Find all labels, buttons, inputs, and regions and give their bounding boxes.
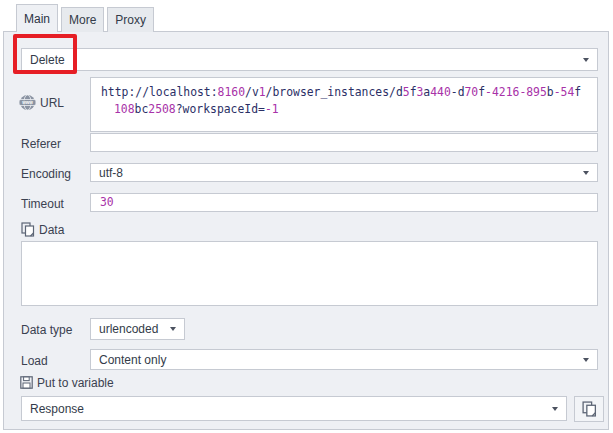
chevron-down-icon xyxy=(170,327,176,331)
tab-more[interactable]: More xyxy=(61,7,104,32)
globe-www-icon: www xyxy=(19,94,36,111)
copy-pages-icon xyxy=(582,401,597,417)
url-text-line1: http://localhost:8160/v1/browser_instanc… xyxy=(101,84,587,101)
data-type-label: Data type xyxy=(21,322,72,337)
data-type-dropdown-value: urlencoded xyxy=(99,322,158,336)
chevron-down-icon xyxy=(583,358,589,362)
load-dropdown[interactable]: Content only xyxy=(90,349,598,370)
url-text-line2: 108bc2508?workspaceId=-1 xyxy=(101,101,587,118)
method-dropdown[interactable]: Delete xyxy=(21,48,598,71)
load-dropdown-value: Content only xyxy=(99,353,166,367)
timeout-value: 30 xyxy=(100,194,114,211)
chevron-down-icon xyxy=(552,407,558,411)
referer-label: Referer xyxy=(21,136,61,151)
http-request-settings-window: { "tabs": [ { "label": "Main", "active":… xyxy=(0,0,613,433)
encoding-dropdown[interactable]: utf-8 xyxy=(90,163,598,182)
response-variable-dropdown[interactable]: Response xyxy=(21,396,567,421)
encoding-label: Encoding xyxy=(21,166,71,181)
copy-variable-button[interactable] xyxy=(574,396,604,422)
response-variable-value: Response xyxy=(30,402,84,416)
put-to-variable-label: Put to variable xyxy=(20,375,114,390)
referer-input[interactable] xyxy=(90,133,598,152)
encoding-dropdown-value: utf-8 xyxy=(99,166,123,180)
chevron-down-icon xyxy=(583,171,589,175)
data-textarea[interactable] xyxy=(21,241,598,306)
tab-proxy[interactable]: Proxy xyxy=(107,7,154,32)
floppy-save-icon xyxy=(20,376,33,389)
timeout-label: Timeout xyxy=(21,196,64,211)
data-label: Data xyxy=(21,222,64,237)
data-type-dropdown[interactable]: urlencoded xyxy=(90,318,185,340)
chevron-down-icon xyxy=(583,58,589,62)
svg-text:www: www xyxy=(21,100,33,105)
main-tab-panel: Delete www URL http://localhost:8160/v1/… xyxy=(3,31,609,430)
tab-main[interactable]: Main xyxy=(16,4,58,32)
copy-pages-icon xyxy=(21,222,35,237)
method-dropdown-value: Delete xyxy=(30,53,65,67)
timeout-input[interactable]: 30 xyxy=(90,193,598,212)
url-label: www URL xyxy=(19,94,64,111)
load-label: Load xyxy=(21,353,48,368)
url-input[interactable]: http://localhost:8160/v1/browser_instanc… xyxy=(90,77,598,132)
tab-bar: Main More Proxy xyxy=(16,4,157,32)
